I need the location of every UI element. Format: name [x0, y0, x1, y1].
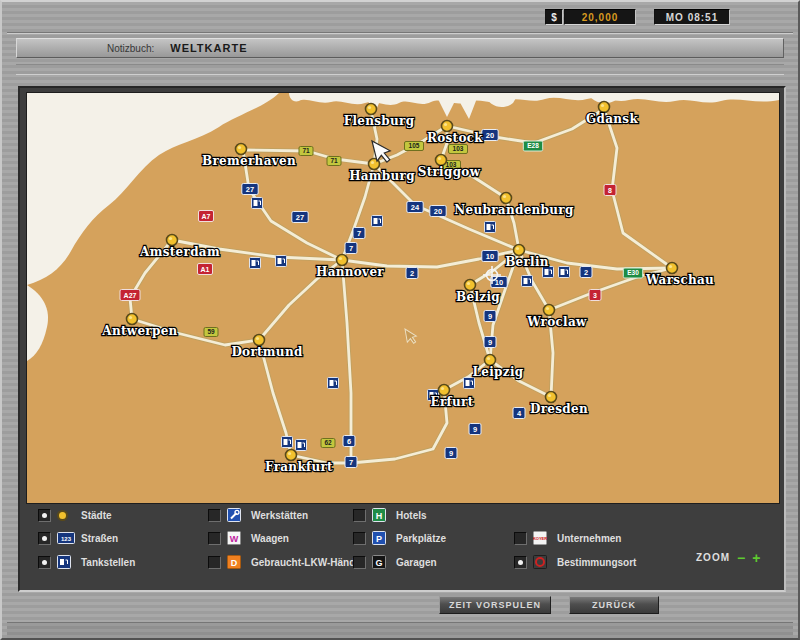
legend-label-garage: Garagen — [396, 557, 437, 568]
destination-icon — [533, 555, 551, 569]
notebook-titlebar: Notizbuch: WELTKARTE — [16, 38, 784, 58]
legend-item-workshop: Werkstätten — [208, 507, 308, 523]
legend-item-hotel: HHotels — [353, 507, 427, 523]
svg-text:H: H — [376, 511, 383, 521]
legend-item-city: Städte — [38, 507, 112, 523]
legend-checkbox-dealer[interactable] — [208, 556, 221, 569]
legend-label-company: Unternehmen — [557, 533, 621, 544]
legend-item-fuel: Tankstellen — [38, 554, 135, 570]
map-panel: 2727772420202210109999476A7A1A2783717110… — [18, 86, 786, 592]
map-legend: Städte123StraßenTankstellenWerkstättenWW… — [20, 88, 784, 590]
chrome-strip — [16, 64, 784, 75]
svg-text:D: D — [231, 558, 238, 568]
currency-symbol: $ — [545, 9, 563, 25]
checkbox-dot — [518, 560, 523, 565]
checkbox-dot — [42, 560, 47, 565]
zoom-control: ZOOM − + — [696, 552, 760, 563]
zoom-label: ZOOM — [696, 552, 730, 563]
legend-label-fuel: Tankstellen — [81, 557, 135, 568]
legend-label-road: Straßen — [81, 533, 118, 544]
svg-text:KOYER: KOYER — [533, 536, 547, 541]
back-button[interactable]: ZURÜCK — [569, 596, 659, 614]
legend-item-road: 123Straßen — [38, 530, 118, 546]
svg-text:G: G — [375, 558, 382, 568]
money-display: 20,000 — [564, 9, 636, 25]
legend-item-garage: GGaragen — [353, 554, 437, 570]
road-icon: 123 — [57, 531, 75, 545]
legend-label-city: Städte — [81, 510, 112, 521]
legend-checkbox-road[interactable] — [38, 532, 51, 545]
legend-checkbox-destination[interactable] — [514, 556, 527, 569]
dealer-icon: D — [227, 555, 245, 569]
parking-icon: P — [372, 531, 390, 545]
legend-label-parking: Parkplätze — [396, 533, 446, 544]
zoom-out-button[interactable]: − — [737, 553, 745, 563]
legend-label-hotel: Hotels — [396, 510, 427, 521]
legend-checkbox-fuel[interactable] — [38, 556, 51, 569]
legend-checkbox-parking[interactable] — [353, 532, 366, 545]
company-icon: KOYER — [533, 531, 551, 545]
legend-item-destination: Bestimmungsort — [514, 554, 636, 570]
svg-text:P: P — [376, 534, 382, 544]
legend-label-destination: Bestimmungsort — [557, 557, 636, 568]
svg-text:W: W — [230, 534, 239, 544]
checkbox-dot — [42, 513, 47, 518]
legend-item-company: KOYERUnternehmen — [514, 530, 621, 546]
garage-icon: G — [372, 555, 390, 569]
clock-display: MO 08:51 — [654, 9, 730, 25]
legend-checkbox-garage[interactable] — [353, 556, 366, 569]
legend-label-workshop: Werkstätten — [251, 510, 308, 521]
page-title: WELTKARTE — [170, 42, 247, 54]
legend-checkbox-workshop[interactable] — [208, 509, 221, 522]
game-window: $ 20,000 MO 08:51 Notizbuch: WELTKARTE 2… — [0, 0, 800, 640]
legend-checkbox-city[interactable] — [38, 509, 51, 522]
city-icon — [57, 508, 75, 522]
legend-label-scales: Waagen — [251, 533, 289, 544]
legend-label-dealer: Gebraucht-LKW-Händ — [251, 557, 355, 568]
legend-checkbox-company[interactable] — [514, 532, 527, 545]
notebook-label: Notizbuch: — [107, 43, 154, 54]
legend-item-parking: PParkplätze — [353, 530, 446, 546]
legend-checkbox-scales[interactable] — [208, 532, 221, 545]
checkbox-dot — [42, 536, 47, 541]
legend-item-dealer: DGebraucht-LKW-Händ — [208, 554, 355, 570]
workshop-icon — [227, 508, 245, 522]
zoom-in-button[interactable]: + — [752, 553, 760, 563]
fast-forward-time-button[interactable]: ZEIT VORSPULEN — [439, 596, 551, 614]
groove-line — [7, 32, 793, 34]
scales-icon: W — [227, 531, 245, 545]
svg-text:123: 123 — [61, 536, 72, 542]
hotel-icon: H — [372, 508, 390, 522]
legend-item-scales: WWaagen — [208, 530, 289, 546]
window-footer-strip — [7, 622, 793, 638]
fuel-icon — [57, 555, 75, 569]
legend-checkbox-hotel[interactable] — [353, 509, 366, 522]
